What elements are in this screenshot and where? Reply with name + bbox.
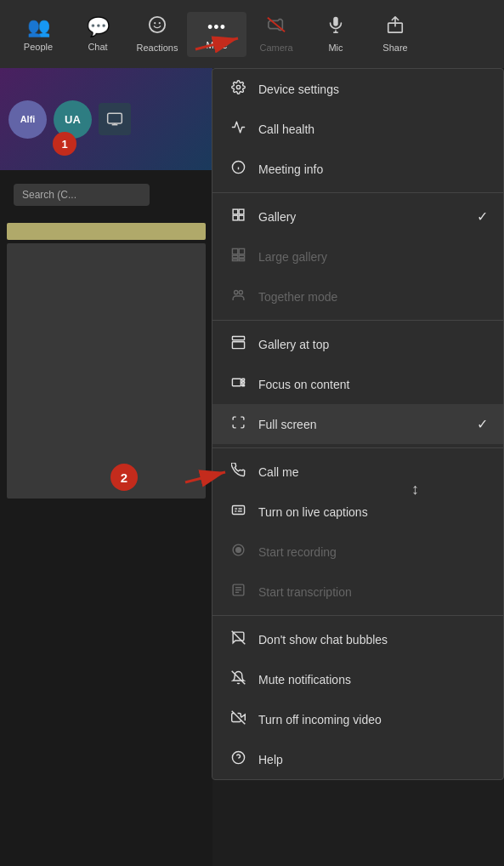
svg-rect-17: [233, 215, 238, 220]
together-mode-label: Together mode: [258, 290, 486, 304]
gallery-icon: [229, 208, 246, 225]
menu-item-help[interactable]: Help: [212, 739, 503, 779]
menu-item-gallery-at-top[interactable]: Gallery at top: [212, 324, 503, 364]
focus-on-content-label: Focus on content: [258, 378, 486, 391]
toolbar-reactions[interactable]: Reactions: [127, 9, 187, 60]
reactions-label: Reactions: [137, 43, 178, 53]
svg-rect-18: [239, 215, 244, 220]
svg-rect-33: [232, 506, 244, 515]
call-me-label: Call me: [258, 465, 486, 479]
menu-item-call-health[interactable]: Call health: [212, 109, 503, 149]
svg-point-11: [236, 85, 240, 88]
menu-item-together-mode[interactable]: Together mode: [212, 276, 503, 316]
camera-icon: [267, 15, 286, 39]
full-screen-label: Full screen: [258, 418, 486, 431]
avatar-alfi: Alfi: [8, 100, 47, 139]
svg-rect-16: [239, 209, 244, 214]
chat-label: Chat: [88, 42, 107, 52]
menu-item-call-me[interactable]: Call me: [212, 452, 503, 492]
menu-item-start-recording[interactable]: Start recording: [212, 532, 503, 572]
menu-item-gallery[interactable]: Gallery ✓: [212, 197, 503, 236]
svg-point-2: [159, 22, 161, 24]
live-captions-label: Turn on live captions: [258, 505, 486, 519]
menu-item-turn-off-video[interactable]: Turn off incoming video: [212, 699, 503, 739]
svg-rect-27: [232, 336, 244, 339]
gallery-at-top-label: Gallery at top: [258, 338, 486, 351]
svg-rect-8: [108, 113, 122, 123]
mic-icon: [326, 15, 345, 39]
svg-rect-15: [233, 209, 238, 214]
people-label: People: [24, 42, 53, 52]
dropdown-menu: Device settings Call health Meeting info…: [212, 68, 504, 780]
device-settings-label: Device settings: [258, 83, 486, 96]
toolbar: 👥 People 💬 Chat Reactions ••• More Camer…: [0, 0, 504, 68]
together-mode-icon: [229, 288, 246, 305]
svg-point-39: [235, 548, 241, 553]
divider-1: [212, 192, 503, 193]
mute-notifications-icon: [229, 670, 246, 688]
gallery-at-top-icon: [229, 335, 246, 353]
svg-rect-31: [241, 382, 244, 384]
toolbar-share[interactable]: Share: [365, 9, 425, 60]
svg-point-1: [154, 22, 156, 24]
mic-label: Mic: [328, 43, 343, 53]
menu-item-no-chat-bubbles[interactable]: Don't show chat bubbles: [212, 619, 503, 659]
svg-rect-28: [232, 342, 244, 349]
transcription-icon: [229, 583, 246, 601]
svg-line-45: [231, 671, 245, 685]
large-gallery-icon: [229, 248, 246, 265]
recording-icon: [229, 543, 246, 561]
svg-rect-4: [333, 17, 338, 26]
annotation-1: 1: [53, 132, 76, 156]
menu-item-meeting-info[interactable]: Meeting info: [212, 149, 503, 189]
call-health-icon: [229, 120, 246, 138]
meeting-info-label: Meeting info: [258, 162, 486, 176]
call-health-label: Call health: [258, 122, 486, 136]
large-gallery-label: Large gallery: [258, 250, 486, 264]
svg-rect-32: [241, 385, 244, 385]
more-icon: •••: [207, 19, 226, 37]
no-chat-bubbles-icon: [229, 630, 246, 648]
svg-point-26: [239, 291, 242, 294]
full-screen-icon: [229, 415, 246, 433]
call-me-icon: [229, 463, 246, 481]
start-transcription-label: Start transcription: [258, 585, 486, 599]
mute-notifications-label: Mute notifications: [258, 673, 486, 687]
svg-rect-19: [232, 248, 237, 254]
people-icon: 👥: [27, 16, 50, 38]
divider-2: [212, 320, 503, 321]
svg-rect-30: [241, 379, 244, 380]
gallery-label: Gallery: [258, 210, 486, 224]
toolbar-people[interactable]: 👥 People: [8, 9, 68, 59]
menu-item-large-gallery[interactable]: Large gallery: [212, 236, 503, 276]
svg-rect-22: [239, 255, 244, 258]
search-bar[interactable]: Search (C...: [14, 184, 150, 206]
camera-label: Camera: [259, 43, 292, 53]
reactions-icon: [148, 15, 167, 39]
screen-share-icon: [99, 103, 131, 135]
toolbar-mic[interactable]: Mic: [306, 9, 365, 60]
menu-item-live-captions[interactable]: Turn on live captions: [212, 492, 503, 532]
meeting-background: Alfi UA Search (C...: [0, 68, 212, 866]
share-icon: [386, 15, 405, 39]
toolbar-more[interactable]: ••• More: [187, 12, 246, 57]
svg-rect-20: [239, 248, 244, 254]
help-icon: [229, 750, 246, 768]
menu-item-mute-notifications[interactable]: Mute notifications: [212, 659, 503, 699]
menu-item-start-transcription[interactable]: Start transcription: [212, 572, 503, 612]
gallery-check: ✓: [477, 208, 488, 225]
menu-item-device-settings[interactable]: Device settings: [212, 69, 503, 109]
menu-item-full-screen[interactable]: Full screen ✓: [212, 404, 503, 444]
toolbar-camera[interactable]: Camera: [246, 9, 306, 60]
captions-icon: [229, 503, 246, 521]
no-chat-bubbles-label: Don't show chat bubbles: [258, 633, 486, 647]
svg-rect-29: [232, 379, 241, 386]
svg-point-25: [234, 291, 237, 294]
info-icon: [229, 160, 246, 178]
full-screen-check: ✓: [477, 416, 488, 432]
toolbar-chat[interactable]: 💬 Chat: [68, 9, 127, 59]
svg-rect-24: [239, 259, 244, 260]
more-label: More: [206, 40, 227, 50]
divider-3: [212, 447, 503, 448]
menu-item-focus-on-content[interactable]: Focus on content: [212, 364, 503, 404]
